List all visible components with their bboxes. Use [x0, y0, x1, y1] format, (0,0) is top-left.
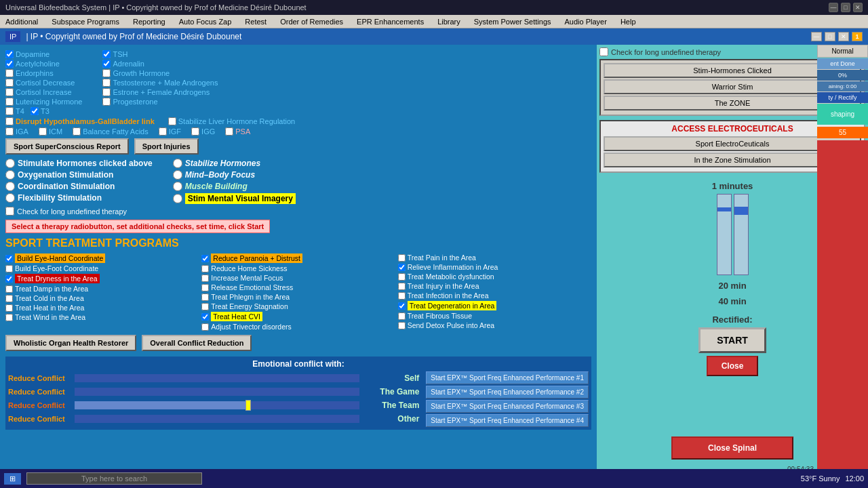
sport-injuries-btn[interactable]: Sport Injuries: [134, 138, 199, 155]
conflict-label-4: Reduce Conflict: [8, 415, 69, 423]
start-menu[interactable]: ⊞: [4, 473, 21, 485]
check-adrenalin[interactable]: Adrenalin: [102, 60, 218, 68]
win-minimize[interactable]: —: [811, 32, 822, 41]
check-cortisol-dec[interactable]: Cortisol Decrease: [5, 79, 82, 87]
conflict-label-2: Reduce Conflict: [8, 388, 69, 396]
treatment-col-1: Build Eye-Hand Coordinate Build Eye-Foot…: [5, 253, 199, 331]
menu-remedies[interactable]: Order of Remedies: [277, 16, 346, 27]
treat-paranoia[interactable]: Reduce Paranoia + Distrust: [201, 253, 395, 263]
treat-eye-hand[interactable]: Build Eye-Hand Coordinate: [5, 253, 199, 263]
conflict-game: Reduce Conflict The Game: [8, 387, 419, 396]
menu-help[interactable]: Help: [618, 16, 639, 27]
menu-additional[interactable]: Additional: [3, 16, 41, 27]
check-igg[interactable]: IGG: [191, 127, 215, 136]
treat-damp[interactable]: Treat Damp in the Area: [5, 285, 199, 293]
epx-btn-3[interactable]: Start EPX™ Sport Freq Enhanced Performan…: [426, 400, 589, 413]
epx-btn-1[interactable]: Start EPX™ Sport Freq Enhanced Performan…: [426, 371, 589, 384]
win-close[interactable]: ✕: [838, 32, 849, 41]
treat-infection[interactable]: Treat Infection in the Area: [398, 291, 591, 300]
treat-fibrous[interactable]: Treat Fibrous Tissue: [398, 312, 591, 320]
minimize-btn[interactable]: —: [829, 3, 838, 12]
check-tsh[interactable]: TSH: [102, 50, 218, 58]
check-long-therapy[interactable]: [5, 207, 14, 216]
radio-mindbody[interactable]: Mind–Body Focus: [173, 170, 296, 180]
treat-wind[interactable]: Treat Wind in the Area: [5, 313, 199, 321]
radio-oxygenation[interactable]: Oxygenation Stimulation: [5, 170, 153, 180]
radio-stim-visual[interactable]: Stim Mental Visual Imagery: [173, 193, 296, 204]
treat-cold[interactable]: Treat Cold in the Area: [5, 294, 199, 302]
treat-eye-foot[interactable]: Build Eye-Foot Coordinate: [5, 264, 199, 272]
start-btn[interactable]: START: [698, 327, 766, 353]
check-dopamine[interactable]: Dopamine: [5, 50, 82, 58]
check-progesterone[interactable]: Progesterone: [102, 98, 218, 106]
check-endorphins[interactable]: Endorphins: [5, 69, 82, 77]
treat-metabolic[interactable]: Treat Metabolic dysfunction: [398, 272, 591, 281]
treat-dryness[interactable]: Treat Dryness in the Area: [5, 274, 199, 283]
search-bar[interactable]: Type here to search: [26, 472, 202, 485]
radio-muscle[interactable]: Muscle Building: [173, 182, 296, 191]
win-restore[interactable]: □: [825, 32, 835, 41]
check-iga[interactable]: IGA: [5, 127, 28, 136]
check-disrupt[interactable]: Disrupt Hypothalamus-GallBladder link: [5, 117, 155, 125]
check-igf[interactable]: IGF: [159, 127, 181, 136]
treat-mental[interactable]: Increase Mental Focus: [201, 274, 395, 282]
check-stabilize[interactable]: Stabilize Liver Hormone Regulation: [168, 117, 295, 125]
close-red-btn[interactable]: Close: [707, 356, 759, 376]
treat-energy[interactable]: Treat Energy Stagnation: [201, 302, 395, 310]
check-growth[interactable]: Growth Hormone: [102, 69, 218, 77]
color-remaining: aining: 0:00: [817, 81, 868, 92]
menu-epr[interactable]: EPR Enhancements: [354, 16, 427, 27]
check-estrone[interactable]: Estrone + Female Androgens: [102, 88, 218, 96]
check-acetylcholine[interactable]: Acetylcholine: [5, 60, 82, 68]
treat-trivector[interactable]: Adjust Trivector disorders: [201, 323, 395, 331]
menu-library[interactable]: Library: [435, 16, 463, 27]
sport-report-btn[interactable]: Sport SuperConscious Report: [5, 138, 129, 155]
radio-coordination[interactable]: Coordination Stimulation: [5, 182, 153, 191]
menu-autozap[interactable]: Auto Focus Zap: [176, 16, 235, 27]
menu-retest[interactable]: Retest: [242, 16, 269, 27]
treat-inflammation[interactable]: Relieve Inflammation in Area: [398, 263, 591, 271]
conflict-reduction-btn[interactable]: Overall Conflict Reduction: [142, 335, 252, 351]
color-val: 55: [817, 127, 868, 138]
treat-injury[interactable]: Treat Injury in the Area: [398, 282, 591, 290]
treatment-col-3: Treat Pain in the Area Relieve Inflammat…: [398, 253, 591, 331]
radio-stabilize[interactable]: Stabilize Hormones: [173, 159, 296, 168]
menu-reporting[interactable]: Reporting: [130, 16, 168, 27]
wholistic-btn[interactable]: Wholistic Organ Health Restorer: [5, 335, 136, 351]
emotional-conflict-section: Emotional conflict with: Reduce Conflict…: [5, 357, 591, 430]
treat-degeneration[interactable]: Treat Degeneration in Area: [398, 301, 591, 310]
close-spinal-container: Close Spinal: [671, 436, 793, 460]
check-lutenizing[interactable]: Lutenizing Hormone: [5, 98, 82, 106]
treat-emotional[interactable]: Release Emotional Stress: [201, 283, 395, 291]
treat-phlegm[interactable]: Treat Phlegm in the Area: [201, 293, 395, 301]
window-title: | IP • Copyright owned by Prof of Medici…: [26, 32, 241, 41]
close-titlebar-btn[interactable]: ✕: [853, 3, 863, 12]
check-testosterone[interactable]: Testosterone + Male Androgens: [102, 79, 218, 87]
epx-btn-4[interactable]: Start EPX™ Sport Freq Enhanced Performan…: [426, 414, 589, 427]
close-spinal-btn[interactable]: Close Spinal: [671, 436, 793, 460]
check-cortisol-inc[interactable]: Cortisol Increase: [5, 88, 82, 96]
maximize-btn[interactable]: □: [841, 3, 850, 12]
menu-subspace[interactable]: Subspace Programs: [49, 16, 122, 27]
win-extra[interactable]: 1: [852, 32, 863, 41]
check-t4t3[interactable]: T4 T3: [5, 107, 82, 115]
check-icm[interactable]: ICM: [39, 127, 62, 136]
sport-title: SPORT TREATMENT PROGRAMS: [5, 237, 591, 249]
menu-audio[interactable]: Audio Player: [562, 16, 610, 27]
check-balance[interactable]: Balance Fatty Acids: [73, 127, 149, 136]
prog-bar-1: [717, 194, 732, 275]
treat-homesick[interactable]: Reduce Home Sickness: [201, 264, 395, 272]
radio-flexibility[interactable]: Flexibility Stimulation: [5, 193, 153, 203]
treatment-col-2: Reduce Paranoia + Distrust Reduce Home S…: [201, 253, 395, 331]
right-panel: Check for long undefined therapy Stim-Ho…: [597, 45, 868, 488]
treat-detox[interactable]: Send Detox Pulse into Area: [398, 321, 591, 329]
radio-stimulate[interactable]: Stimulate Hormones clicked above: [5, 159, 153, 168]
check-psa[interactable]: PSA: [225, 127, 250, 136]
treat-heat[interactable]: Treat Heat in the Area: [5, 304, 199, 312]
title-bar: Universal Biofeedback System | IP • Copy…: [0, 0, 868, 15]
epx-btn-2[interactable]: Start EPX™ Sport Freq Enhanced Performan…: [426, 386, 589, 399]
menu-power[interactable]: System Power Settings: [471, 16, 554, 27]
treat-pain[interactable]: Treat Pain in the Area: [398, 253, 591, 262]
treat-heat-cvi[interactable]: Treat Heat CVI: [201, 312, 395, 321]
conflict-self-label: Self: [365, 373, 419, 383]
